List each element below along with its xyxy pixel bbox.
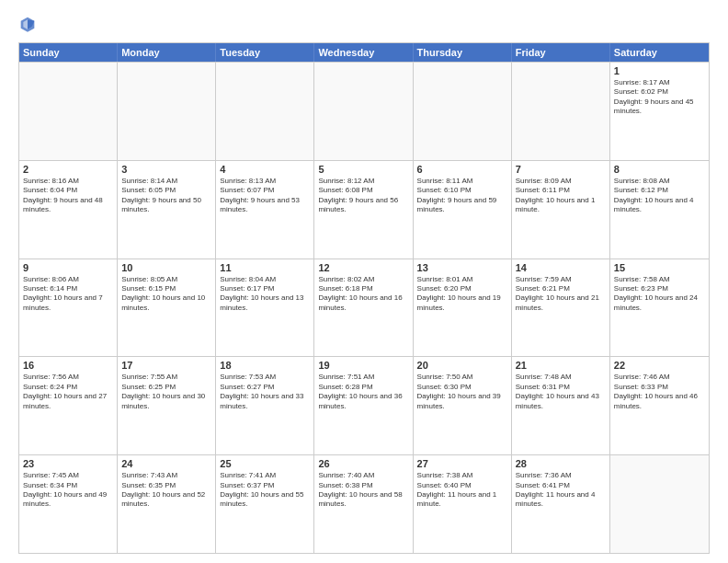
day-number: 19 — [318, 360, 408, 371]
day-info: Sunrise: 7:53 AM Sunset: 6:27 PM Dayligh… — [220, 373, 310, 411]
day-info: Sunrise: 8:09 AM Sunset: 6:11 PM Dayligh… — [516, 177, 606, 215]
calendar-cell: 1Sunrise: 8:17 AM Sunset: 6:02 PM Daylig… — [610, 63, 709, 160]
day-info: Sunrise: 8:08 AM Sunset: 6:12 PM Dayligh… — [614, 177, 705, 215]
calendar-cell: 26Sunrise: 7:40 AM Sunset: 6:38 PM Dayli… — [314, 455, 413, 553]
calendar-cell: 19Sunrise: 7:51 AM Sunset: 6:28 PM Dayli… — [314, 357, 413, 454]
calendar-cell: 2Sunrise: 8:16 AM Sunset: 6:04 PM Daylig… — [19, 161, 118, 259]
calendar-cell: 23Sunrise: 7:45 AM Sunset: 6:34 PM Dayli… — [19, 455, 118, 553]
calendar-cell — [19, 63, 118, 160]
header-day-monday: Monday — [118, 43, 216, 62]
calendar-cell — [216, 63, 314, 160]
calendar-week-1: 1Sunrise: 8:17 AM Sunset: 6:02 PM Daylig… — [19, 62, 709, 160]
day-info: Sunrise: 7:46 AM Sunset: 6:33 PM Dayligh… — [614, 373, 705, 411]
day-number: 12 — [318, 262, 408, 273]
day-number: 6 — [417, 164, 507, 175]
header-day-friday: Friday — [512, 43, 610, 62]
day-info: Sunrise: 8:01 AM Sunset: 6:20 PM Dayligh… — [417, 275, 507, 314]
calendar-cell: 22Sunrise: 7:46 AM Sunset: 6:33 PM Dayli… — [610, 357, 709, 454]
calendar-cell: 6Sunrise: 8:11 AM Sunset: 6:10 PM Daylig… — [414, 161, 512, 259]
calendar-cell: 27Sunrise: 7:38 AM Sunset: 6:40 PM Dayli… — [414, 455, 512, 553]
calendar-cell: 24Sunrise: 7:43 AM Sunset: 6:35 PM Dayli… — [118, 455, 216, 553]
calendar-week-5: 23Sunrise: 7:45 AM Sunset: 6:34 PM Dayli… — [19, 454, 709, 553]
day-number: 15 — [614, 262, 705, 273]
header-day-tuesday: Tuesday — [216, 43, 314, 62]
day-info: Sunrise: 8:14 AM Sunset: 6:05 PM Dayligh… — [121, 177, 211, 215]
calendar-cell: 10Sunrise: 8:05 AM Sunset: 6:15 PM Dayli… — [118, 259, 216, 357]
calendar-cell: 28Sunrise: 7:36 AM Sunset: 6:41 PM Dayli… — [512, 455, 610, 553]
header-day-wednesday: Wednesday — [314, 43, 413, 62]
header-day-saturday: Saturday — [610, 43, 709, 62]
day-number: 16 — [23, 360, 113, 371]
header-day-thursday: Thursday — [414, 43, 512, 62]
day-number: 17 — [121, 360, 211, 371]
calendar-cell — [512, 63, 610, 160]
calendar-cell: 8Sunrise: 8:08 AM Sunset: 6:12 PM Daylig… — [610, 161, 709, 259]
day-number: 26 — [318, 458, 408, 469]
day-info: Sunrise: 7:36 AM Sunset: 6:41 PM Dayligh… — [516, 471, 606, 510]
calendar-cell: 7Sunrise: 8:09 AM Sunset: 6:11 PM Daylig… — [512, 161, 610, 259]
calendar-week-3: 9Sunrise: 8:06 AM Sunset: 6:14 PM Daylig… — [19, 259, 709, 357]
header — [18, 15, 710, 33]
day-info: Sunrise: 7:43 AM Sunset: 6:35 PM Dayligh… — [121, 471, 211, 510]
day-info: Sunrise: 7:55 AM Sunset: 6:25 PM Dayligh… — [121, 373, 211, 411]
day-info: Sunrise: 7:40 AM Sunset: 6:38 PM Dayligh… — [318, 471, 408, 510]
calendar-cell — [118, 63, 216, 160]
day-number: 23 — [23, 458, 113, 469]
calendar-cell: 12Sunrise: 8:02 AM Sunset: 6:18 PM Dayli… — [314, 259, 413, 357]
day-number: 5 — [318, 164, 408, 175]
day-info: Sunrise: 7:59 AM Sunset: 6:21 PM Dayligh… — [516, 275, 606, 314]
day-number: 7 — [516, 164, 606, 175]
day-number: 14 — [516, 262, 606, 273]
day-info: Sunrise: 7:50 AM Sunset: 6:30 PM Dayligh… — [417, 373, 507, 411]
day-info: Sunrise: 7:41 AM Sunset: 6:37 PM Dayligh… — [220, 471, 310, 510]
header-day-sunday: Sunday — [19, 43, 118, 62]
day-number: 9 — [23, 262, 113, 273]
calendar-cell: 16Sunrise: 7:56 AM Sunset: 6:24 PM Dayli… — [19, 357, 118, 454]
calendar-cell: 13Sunrise: 8:01 AM Sunset: 6:20 PM Dayli… — [414, 259, 512, 357]
calendar-cell: 14Sunrise: 7:59 AM Sunset: 6:21 PM Dayli… — [512, 259, 610, 357]
day-info: Sunrise: 8:13 AM Sunset: 6:07 PM Dayligh… — [220, 177, 310, 215]
day-info: Sunrise: 7:56 AM Sunset: 6:24 PM Dayligh… — [23, 373, 113, 411]
calendar-cell: 15Sunrise: 7:58 AM Sunset: 6:23 PM Dayli… — [610, 259, 709, 357]
day-number: 1 — [614, 65, 705, 76]
day-number: 10 — [121, 262, 211, 273]
day-info: Sunrise: 7:58 AM Sunset: 6:23 PM Dayligh… — [614, 275, 705, 314]
day-number: 18 — [220, 360, 310, 371]
day-number: 25 — [220, 458, 310, 469]
calendar-cell: 11Sunrise: 8:04 AM Sunset: 6:17 PM Dayli… — [216, 259, 314, 357]
day-info: Sunrise: 8:16 AM Sunset: 6:04 PM Dayligh… — [23, 177, 113, 215]
calendar-cell — [610, 455, 709, 553]
calendar-cell — [314, 63, 413, 160]
calendar-cell: 4Sunrise: 8:13 AM Sunset: 6:07 PM Daylig… — [216, 161, 314, 259]
day-info: Sunrise: 7:48 AM Sunset: 6:31 PM Dayligh… — [516, 373, 606, 411]
day-number: 11 — [220, 262, 310, 273]
day-info: Sunrise: 8:06 AM Sunset: 6:14 PM Dayligh… — [23, 275, 113, 314]
calendar-cell: 18Sunrise: 7:53 AM Sunset: 6:27 PM Dayli… — [216, 357, 314, 454]
day-number: 22 — [614, 360, 705, 371]
logo-icon — [18, 15, 37, 33]
day-number: 20 — [417, 360, 507, 371]
calendar-week-2: 2Sunrise: 8:16 AM Sunset: 6:04 PM Daylig… — [19, 160, 709, 259]
calendar-cell: 25Sunrise: 7:41 AM Sunset: 6:37 PM Dayli… — [216, 455, 314, 553]
calendar-body: 1Sunrise: 8:17 AM Sunset: 6:02 PM Daylig… — [19, 62, 709, 553]
day-number: 4 — [220, 164, 310, 175]
calendar-cell: 21Sunrise: 7:48 AM Sunset: 6:31 PM Dayli… — [512, 357, 610, 454]
calendar-cell: 20Sunrise: 7:50 AM Sunset: 6:30 PM Dayli… — [414, 357, 512, 454]
day-number: 21 — [516, 360, 606, 371]
day-info: Sunrise: 8:12 AM Sunset: 6:08 PM Dayligh… — [318, 177, 408, 215]
calendar: SundayMondayTuesdayWednesdayThursdayFrid… — [18, 42, 710, 554]
day-number: 24 — [121, 458, 211, 469]
day-info: Sunrise: 8:02 AM Sunset: 6:18 PM Dayligh… — [318, 275, 408, 314]
calendar-week-4: 16Sunrise: 7:56 AM Sunset: 6:24 PM Dayli… — [19, 356, 709, 454]
day-number: 13 — [417, 262, 507, 273]
day-number: 27 — [417, 458, 507, 469]
day-number: 2 — [23, 164, 113, 175]
day-info: Sunrise: 8:05 AM Sunset: 6:15 PM Dayligh… — [121, 275, 211, 314]
calendar-cell — [414, 63, 512, 160]
calendar-cell: 17Sunrise: 7:55 AM Sunset: 6:25 PM Dayli… — [118, 357, 216, 454]
calendar-header: SundayMondayTuesdayWednesdayThursdayFrid… — [19, 43, 709, 62]
day-info: Sunrise: 8:17 AM Sunset: 6:02 PM Dayligh… — [614, 78, 705, 117]
day-info: Sunrise: 8:11 AM Sunset: 6:10 PM Dayligh… — [417, 177, 507, 215]
logo — [18, 15, 40, 33]
calendar-cell: 3Sunrise: 8:14 AM Sunset: 6:05 PM Daylig… — [118, 161, 216, 259]
